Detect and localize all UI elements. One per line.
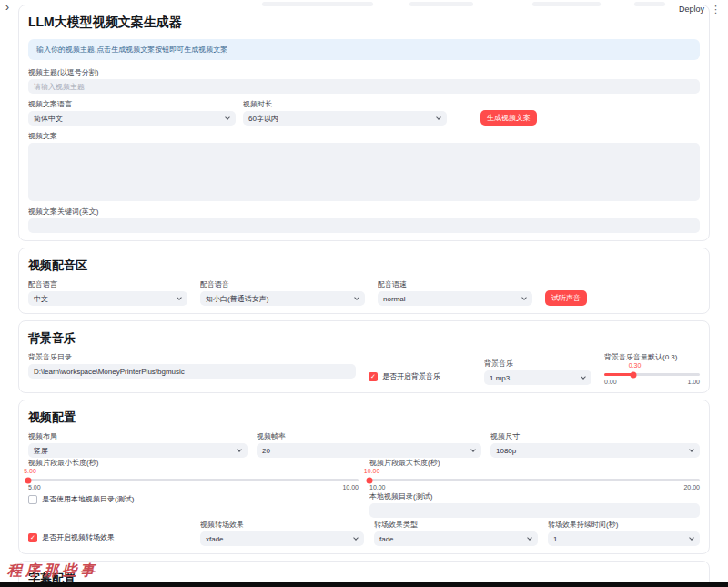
slider-min-label: 10.00 [369,484,386,491]
local-video-row: 是否使用本地视频目录(测试) 本地视频目录(测试) [28,492,700,518]
transition-type-select[interactable]: fade [374,531,538,546]
video-fps-field: 视频帧率 20 [257,432,481,458]
script-language-label: 视频文案语言 [28,100,236,108]
video-layout-select[interactable]: 竖屏 [28,443,248,458]
local-video-dir-label: 本地视频目录(测试) [369,492,700,501]
chevron-down-icon [689,535,694,541]
slider-thumb[interactable] [367,477,373,483]
voice-name-select[interactable]: 知小白(普通话女声) [200,291,365,306]
chevron-down-icon [354,295,359,300]
skeleton-bar [532,2,601,6]
slider-max-label: 1.00 [687,379,700,385]
bgm-file-value: 1.mp3 [490,374,510,382]
video-size-field: 视频尺寸 1080p [490,432,700,458]
chevron-down-icon [527,535,532,541]
bgm-volume-track[interactable] [604,373,700,376]
video-section-title: 视频配置 [28,410,700,426]
voice-speed-field: 配音语速 normal [378,280,532,306]
bottom-bar [0,582,728,587]
slider-max-label: 20.00 [683,484,700,491]
local-video-dir-input[interactable] [369,503,700,518]
video-segment-row: 视频片段最小长度(秒) 5.00 5.00 10.00 视频片段最大长度(秒) … [28,459,700,491]
chevron-down-icon [225,115,230,120]
video-topic-input[interactable] [28,79,700,94]
transition-duration-value: 1 [553,535,557,543]
bgm-dir-label: 背景音乐目录 [28,353,356,361]
segment-min-label: 视频片段最小长度(秒) [28,459,359,467]
slider-min-label: 0.00 [604,379,617,385]
video-length-label: 视频时长 [243,100,447,108]
bgm-file-field: 背景音乐 1.mp3 [484,359,592,385]
skeleton-bar [634,2,665,6]
transition-enable-label[interactable]: 是否开启视频转场效果 [42,532,115,542]
video-script-label: 视频文案 [28,132,700,140]
video-keywords-label: 视频文案关键词(英文) [28,207,700,216]
chevron-down-icon [521,295,527,300]
video-keywords-field: 视频文案关键词(英文) [28,207,700,233]
slider-max-label: 10.00 [342,484,359,491]
section-voice: 视频配音区 配音语言 中文 配音语音 知小白(普通话女声) 配音语速 norm [18,248,710,314]
chevron-down-icon [353,535,359,541]
slider-thumb[interactable] [630,371,636,378]
local-video-dir-field: 本地视频目录(测试) [369,492,700,518]
video-length-select[interactable]: 60字以内 [243,111,447,126]
voice-section-title: 视频配音区 [28,258,700,274]
bgm-dir-input[interactable] [28,364,356,379]
video-length-field: 视频时长 60字以内 [243,100,447,126]
transition-enable-checkbox[interactable] [28,533,37,542]
chevron-down-icon [470,447,476,452]
local-video-enable-label[interactable]: 是否使用本地视频目录(测试) [42,494,134,504]
skeleton-bar [262,2,373,6]
video-fps-select[interactable]: 20 [257,443,481,458]
video-size-value: 1080p [496,447,516,455]
bgm-enable-checkbox-row: 是否开启背景音乐 [369,371,471,381]
chevron-down-icon [436,115,441,120]
transition-duration-select[interactable]: 1 [548,531,700,546]
bgm-volume-label: 背景音乐音量默认(0.3) [604,353,700,361]
chevron-down-icon [237,447,242,452]
voice-options-row: 配音语言 中文 配音语音 知小白(普通话女声) 配音语速 normal [28,280,700,306]
bgm-volume-slider: 背景音乐音量默认(0.3) 0.30 0.00 1.00 [604,353,700,385]
segment-max-slider: 视频片段最大长度(秒) 10.00 10.00 20.00 [369,459,700,491]
transition-effect-label: 视频转场效果 [200,521,364,529]
bgm-file-select[interactable]: 1.mp3 [484,370,592,385]
local-video-checkbox-row: 是否使用本地视频目录(测试) [28,494,359,504]
more-menu-icon[interactable]: ⋮ [711,4,721,15]
bgm-volume-range: 0.00 1.00 [604,379,700,385]
video-script-field: 视频文案 [28,132,700,201]
bgm-enable-checkbox[interactable] [369,372,378,381]
listen-voice-button[interactable]: 试听声音 [545,290,587,306]
voice-language-select[interactable]: 中文 [28,291,187,306]
video-script-textarea[interactable] [28,143,700,201]
main-content: LLM大模型视频文案生成器 输入你的视频主题,点击生成视频文案按钮即可生成视频文… [0,0,728,587]
local-video-checkbox[interactable] [28,495,37,504]
video-topic-field: 视频主题(以逗号分割) [28,68,700,94]
segment-min-track[interactable] [28,479,359,481]
sidebar-expand-icon[interactable]: › [5,1,9,14]
transition-type-value: fade [379,535,394,543]
deploy-button[interactable]: Deploy [679,5,704,14]
transition-duration-field: 转场效果持续时间(秒) 1 [548,521,700,546]
bgm-volume-value-row: 0.30 [604,362,700,369]
bgm-enable-label[interactable]: 是否开启背景音乐 [382,371,440,381]
voice-name-value: 知小白(普通话女声) [206,294,268,304]
video-keywords-input[interactable] [28,218,700,233]
segment-max-track[interactable] [369,479,700,481]
slider-fill [604,373,633,376]
transition-effect-field: 视频转场效果 xfade [200,521,364,546]
transition-checkbox-row: 是否开启视频转场效果 [28,532,190,542]
video-size-select[interactable]: 1080p [490,443,700,458]
voice-name-field: 配音语音 知小白(普通话女声) [200,280,365,306]
transition-effect-select[interactable]: xfade [200,531,364,546]
section-bgm: 背景音乐 背景音乐目录 是否开启背景音乐 背景音乐 1.mp3 背景音乐音量默认… [18,320,710,393]
script-language-select[interactable]: 简体中文 [28,111,236,126]
transition-duration-label: 转场效果持续时间(秒) [548,521,700,529]
transition-row: 是否开启视频转场效果 视频转场效果 xfade 转场效果类型 fade 转场效果… [28,521,700,546]
section-llm-generator: LLM大模型视频文案生成器 输入你的视频主题,点击生成视频文案按钮即可生成视频文… [18,5,710,241]
slider-thumb[interactable] [25,477,32,483]
voice-speed-label: 配音语速 [378,280,532,288]
video-fps-value: 20 [262,447,270,455]
segment-max-range: 10.00 20.00 [369,484,700,491]
generate-script-button[interactable]: 生成视频文案 [480,110,537,126]
voice-speed-select[interactable]: normal [378,291,532,306]
